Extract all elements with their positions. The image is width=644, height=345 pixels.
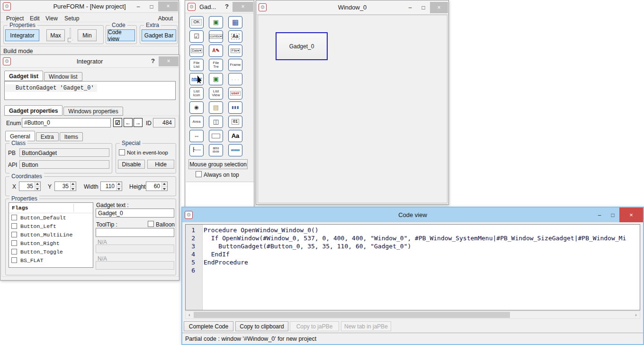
flag-checkbox[interactable] — [11, 232, 17, 237]
spin-down-icon[interactable] — [71, 187, 76, 191]
spin-down-icon[interactable] — [116, 187, 122, 191]
menu-about[interactable]: About — [158, 15, 173, 22]
flag-checkbox[interactable] — [11, 223, 17, 229]
user-gadget-icon[interactable]: user — [228, 87, 242, 100]
main-titlebar[interactable]: ⚙ PureFORM - [New project] – □ × — [0, 0, 179, 13]
gadget-text-input[interactable] — [96, 209, 174, 218]
spin-down-icon[interactable] — [35, 187, 40, 191]
container-gadget-icon[interactable]: Aa — [228, 30, 242, 43]
gadget-listbox[interactable]: ButtonGadget 'Gadget_0' — [4, 81, 176, 100]
code-view-button[interactable]: Code view — [107, 29, 135, 41]
maximize-icon[interactable]: □ — [145, 1, 158, 12]
calendar-gadget-icon[interactable]: ▦ — [228, 16, 242, 28]
minimize-icon[interactable]: – — [132, 1, 145, 12]
tab-items[interactable]: Items — [60, 132, 83, 141]
tab-gadget-properties[interactable]: Gadget properties — [4, 105, 63, 116]
tab-extra[interactable]: Extra — [36, 132, 59, 141]
maximize-icon[interactable]: □ — [417, 2, 430, 13]
scroll-left-icon[interactable]: ‹ — [186, 311, 193, 318]
x-value[interactable]: 35 — [19, 182, 35, 191]
complete-code-button[interactable]: Complete Code — [184, 321, 233, 331]
spin-up-icon[interactable] — [116, 182, 122, 187]
flags-list[interactable]: Flags Button_Default Button_Left Button_… — [9, 202, 93, 268]
width-value[interactable]: 110 — [101, 182, 116, 191]
spin-down-icon[interactable] — [162, 187, 167, 191]
disable-button[interactable]: Disable — [118, 160, 145, 169]
integrator-titlebar[interactable]: ⚙ Integrator ? × — [0, 55, 179, 68]
splitter-gadget-icon[interactable]: ◫ — [209, 116, 223, 128]
size-slider[interactable] — [67, 27, 74, 43]
close-icon[interactable]: × — [158, 1, 178, 11]
menu-setup[interactable]: Setup — [64, 15, 79, 22]
file-tree-gadget-icon[interactable]: File Tre — [209, 59, 223, 71]
image-button-gadget-icon[interactable]: ▣ — [209, 16, 223, 28]
minimize-icon[interactable]: – — [403, 2, 417, 13]
flag-checkbox[interactable] — [11, 249, 17, 254]
close-icon[interactable]: × — [430, 2, 448, 13]
gadget0-button[interactable]: Gadget_0 — [276, 32, 328, 60]
spin-up-icon[interactable] — [35, 182, 40, 187]
option-gadget-icon[interactable]: ◉ — [189, 101, 204, 114]
flag-checkbox[interactable] — [11, 257, 17, 263]
panel-gadget-icon[interactable]: ▤ — [209, 101, 223, 114]
checkbox-gadget-icon[interactable]: ☑ — [189, 30, 204, 43]
copy-to-japbe-button[interactable]: Copy to jaPBe — [290, 321, 339, 331]
progressbar-gadget-icon[interactable]: ▮▮▮ — [228, 101, 242, 114]
hide-button[interactable]: Hide — [147, 160, 174, 169]
code-editor[interactable]: 1 Procedure OpenWindow_Window_0() 2 If O… — [185, 224, 640, 310]
spin-gadget-icon[interactable]: 01 — [228, 116, 242, 128]
codeview-titlebar[interactable]: ⚙ Code view – □ × — [182, 208, 643, 222]
scroll-right-icon[interactable]: › — [632, 311, 640, 318]
text-gadget-icon[interactable]: Aa — [228, 130, 242, 142]
integrator-button[interactable]: Integrator — [5, 29, 39, 41]
toolbox-titlebar[interactable]: ⚙ Gad... ? × — [185, 0, 254, 13]
enum-input[interactable] — [22, 118, 111, 127]
enum-check-button[interactable]: ☑ — [113, 118, 122, 127]
max-button[interactable]: Max — [46, 29, 65, 41]
hyperlink-gadget-icon[interactable]: http:// — [189, 73, 204, 85]
enum-next-button[interactable]: → — [134, 118, 143, 127]
editor-gadget-icon[interactable]: A✎ — [209, 45, 223, 57]
frame-gadget-icon[interactable]: Frame — [228, 59, 242, 71]
y-spinner[interactable]: 35 — [54, 182, 76, 191]
new-tab-in-japbe-button[interactable]: New tab in jaPBe — [341, 321, 391, 331]
listicon-gadget-icon[interactable]: List Icon — [189, 87, 204, 100]
maximize-icon[interactable]: □ — [606, 210, 619, 220]
mouse-group-selection-button[interactable]: Mouse group selection — [188, 159, 248, 169]
width-spinner[interactable]: 110 — [100, 182, 122, 191]
gadget-bar-button[interactable]: Gadget Bar — [142, 29, 176, 41]
copy-to-clipboard-button[interactable]: Copy to clipboard — [235, 321, 288, 331]
menu-project[interactable]: Project — [6, 15, 24, 22]
spin-up-icon[interactable] — [162, 182, 167, 187]
button-dots-gadget-icon[interactable]: . . . — [228, 73, 242, 85]
scrollarea-gadget-icon[interactable]: Area — [189, 116, 204, 128]
string-gadget-icon[interactable] — [209, 130, 223, 142]
file-combobox-gadget-icon[interactable]: File▾ — [228, 45, 242, 57]
tab-window-list[interactable]: Window list — [44, 72, 82, 81]
enum-prev-button[interactable]: ← — [124, 118, 133, 127]
not-in-event-loop-checkbox[interactable] — [119, 149, 125, 155]
min-button[interactable]: Min — [78, 29, 97, 41]
balloon-checkbox[interactable] — [148, 221, 154, 227]
slider-thumb-icon[interactable] — [68, 38, 73, 42]
height-spinner[interactable]: 60 — [146, 182, 168, 191]
menu-view[interactable]: View — [45, 15, 58, 22]
flag-checkbox[interactable] — [11, 215, 17, 220]
tab-windows-properties[interactable]: Windows properties — [63, 107, 123, 116]
help-icon[interactable]: ? — [147, 56, 159, 66]
scrollbar-gadget-icon[interactable]: ⇔ — [189, 130, 204, 142]
tooltip-input[interactable] — [96, 228, 174, 237]
always-on-top-checkbox[interactable] — [196, 171, 202, 177]
horizontal-scrollbar[interactable]: ‹ › — [185, 311, 640, 319]
scrollbar-thumb[interactable] — [194, 312, 510, 318]
image-gadget-icon[interactable]: ▣ — [209, 73, 223, 85]
file-list-gadget-icon[interactable]: File List — [189, 59, 204, 71]
close-icon[interactable]: × — [619, 208, 643, 222]
spin-up-icon[interactable] — [71, 182, 76, 187]
tab-gadget-list[interactable]: Gadget list — [4, 71, 43, 81]
gadget-list-item[interactable]: ButtonGadget 'Gadget_0' — [5, 84, 97, 92]
combobox-gadget-icon[interactable]: combo▾ — [209, 30, 223, 43]
trackbar-gadget-icon[interactable]: ┠── — [189, 144, 204, 156]
help-icon[interactable]: ? — [221, 1, 233, 12]
close-icon[interactable]: × — [233, 2, 253, 12]
